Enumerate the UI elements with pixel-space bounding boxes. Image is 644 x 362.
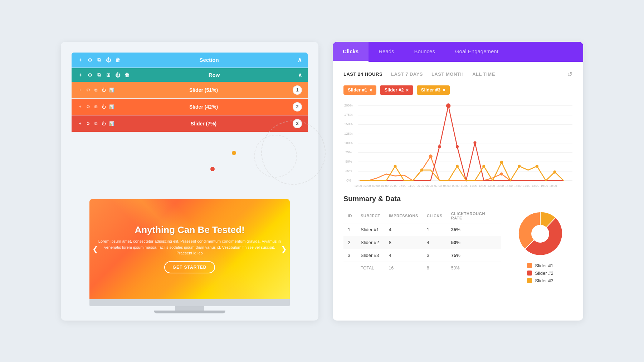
copy-slider2-icon[interactable]: ⧉ — [93, 104, 99, 110]
left-panel: ＋ ⚙ ⧉ ⏻ 🗑 Section ∧ ＋ ⚙ ⧉ ⊞ ⏻ 🗑 Row ∧ ＋ … — [61, 42, 318, 321]
tab-goal-engagement[interactable]: Goal Engagement — [445, 42, 508, 62]
add-slider2-icon[interactable]: ＋ — [77, 104, 83, 110]
table-row: 2 Slider #2 8 4 50% — [343, 236, 501, 249]
svg-text:22:00: 22:00 — [355, 184, 362, 187]
filter-alltime[interactable]: ALL TIME — [472, 71, 495, 77]
svg-text:10:00: 10:00 — [461, 184, 468, 187]
svg-point-18 — [429, 154, 432, 158]
svg-text:14:00: 14:00 — [496, 184, 504, 187]
slider-next[interactable]: ❯ — [281, 245, 287, 253]
svg-text:08:00: 08:00 — [443, 184, 451, 187]
row2-id: 2 — [343, 236, 356, 249]
power-row-icon[interactable]: ⏻ — [114, 72, 121, 78]
laptop-title: Anything Can Be Tested! — [135, 224, 244, 235]
chart-slider1-icon[interactable]: 📊 — [109, 87, 114, 93]
svg-point-23 — [473, 141, 476, 144]
cta-button[interactable]: GET STARTED — [164, 261, 215, 273]
svg-text:15:00: 15:00 — [505, 184, 513, 187]
svg-text:01:00: 01:00 — [381, 184, 389, 187]
chart-slider2-icon[interactable]: 📊 — [109, 104, 114, 110]
tag-slider1-close[interactable]: × — [369, 87, 372, 93]
row3-subject: Slider #3 — [356, 249, 385, 262]
col-subject: SUBJECT — [356, 209, 385, 223]
power-slider2-icon[interactable]: ⏻ — [101, 104, 107, 110]
power-slider1-icon[interactable]: ⏻ — [101, 87, 107, 93]
table-row: 3 Slider #3 4 3 75% — [343, 249, 501, 262]
gear-row-icon[interactable]: ⚙ — [87, 72, 93, 78]
tag-slider2[interactable]: Slider #2 × — [380, 85, 413, 95]
grid-icon[interactable]: ⊞ — [105, 72, 112, 78]
svg-text:175%: 175% — [344, 113, 353, 116]
add-slider1-icon[interactable]: ＋ — [77, 87, 83, 93]
copy-row-icon[interactable]: ⧉ — [96, 72, 102, 78]
gear-slider1-icon[interactable]: ⚙ — [85, 87, 91, 93]
filter-24h[interactable]: LAST 24 HOURS — [343, 71, 382, 77]
laptop-foot — [154, 311, 225, 313]
svg-text:17:00: 17:00 — [523, 184, 531, 187]
gear-icon[interactable]: ⚙ — [87, 57, 93, 63]
power-icon[interactable]: ⏻ — [105, 57, 112, 63]
copy-slider3-icon[interactable]: ⧉ — [93, 121, 99, 127]
summary-table: ID SUBJECT IMPRESSIONS CLICKS CLICKTHROU… — [343, 209, 501, 274]
slider-item-2[interactable]: ＋ ⚙ ⧉ ⏻ 📊 Slider (42%) 2 — [72, 99, 308, 115]
svg-point-29 — [518, 164, 521, 168]
slider-list: ＋ ⚙ ⧉ ⏻ 📊 Slider (51%) 1 ＋ ⚙ ⧉ ⏻ 📊 Slide… — [72, 82, 308, 132]
svg-text:18:00: 18:00 — [532, 184, 539, 187]
slider-prev[interactable]: ❮ — [92, 245, 98, 253]
trash-row-icon[interactable]: 🗑 — [124, 72, 130, 78]
tag-slider3[interactable]: Slider #3 × — [417, 85, 450, 95]
slider2-badge: 2 — [293, 102, 302, 111]
svg-text:150%: 150% — [344, 122, 353, 126]
svg-text:23:00: 23:00 — [364, 184, 371, 187]
filter-7d[interactable]: LAST 7 DAYS — [391, 71, 423, 77]
svg-text:50%: 50% — [345, 159, 352, 163]
filter-tags: Slider #1 × Slider #2 × Slider #3 × — [343, 85, 572, 95]
svg-text:75%: 75% — [345, 150, 352, 154]
tab-reads[interactable]: Reads — [369, 42, 404, 62]
svg-point-24 — [394, 164, 396, 168]
tag-slider1[interactable]: Slider #1 × — [343, 85, 376, 95]
power-slider3-icon[interactable]: ⏻ — [101, 121, 107, 127]
add-slider3-icon[interactable]: ＋ — [77, 121, 83, 127]
slider3-label: Slider (7%) — [117, 121, 290, 127]
row-title: Row — [134, 72, 294, 78]
legend-label-2: Slider #2 — [535, 271, 553, 276]
right-panel: Clicks Reads Bounces Goal Engagement LAS… — [333, 42, 583, 321]
gear-slider3-icon[interactable]: ⚙ — [85, 121, 91, 127]
panel-body: LAST 24 HOURS LAST 7 DAYS LAST MONTH ALL… — [333, 62, 583, 321]
add-row-icon[interactable]: ＋ — [77, 72, 84, 78]
table-row: 1 Slider #1 4 1 25% — [343, 223, 501, 236]
row3-impressions: 4 — [385, 249, 423, 262]
row2-subject: Slider #2 — [356, 236, 385, 249]
filter-month[interactable]: LAST MONTH — [431, 71, 464, 77]
slider-item-1[interactable]: ＋ ⚙ ⧉ ⏻ 📊 Slider (51%) 1 — [72, 82, 308, 99]
col-id: ID — [343, 209, 356, 223]
section-chevron[interactable]: ∧ — [297, 56, 302, 64]
total-label — [343, 262, 356, 274]
gear-slider2-icon[interactable]: ⚙ — [85, 104, 91, 110]
tag-slider2-close[interactable]: × — [406, 87, 409, 93]
reset-button[interactable]: ↺ — [567, 70, 572, 78]
tab-clicks[interactable]: Clicks — [333, 42, 369, 62]
tab-bounces[interactable]: Bounces — [404, 42, 445, 62]
deco-dot-1 — [210, 167, 215, 171]
svg-text:16:00: 16:00 — [514, 184, 522, 187]
svg-text:19:00: 19:00 — [541, 184, 548, 187]
trash-icon[interactable]: 🗑 — [114, 57, 121, 63]
chart-slider3-icon[interactable]: 📊 — [109, 121, 114, 127]
row-chevron[interactable]: ∧ — [298, 72, 302, 78]
row3-clicks: 3 — [423, 249, 447, 262]
copy-icon[interactable]: ⧉ — [96, 57, 102, 63]
laptop-body: Lorem ipsum amet, consectetur adipiscing… — [98, 238, 281, 256]
row1-ctr: 25% — [447, 223, 501, 236]
svg-text:05:00: 05:00 — [416, 184, 424, 187]
svg-text:0%: 0% — [346, 178, 351, 182]
copy-slider1-icon[interactable]: ⧉ — [93, 87, 99, 93]
row1-subject: Slider #1 — [356, 223, 385, 236]
col-clicks: CLICKS — [423, 209, 447, 223]
row1-impressions: 4 — [385, 223, 423, 236]
svg-text:06:00: 06:00 — [425, 184, 433, 187]
tag-slider3-close[interactable]: × — [443, 87, 445, 93]
svg-text:02:00: 02:00 — [390, 184, 397, 187]
add-icon[interactable]: ＋ — [77, 57, 84, 63]
